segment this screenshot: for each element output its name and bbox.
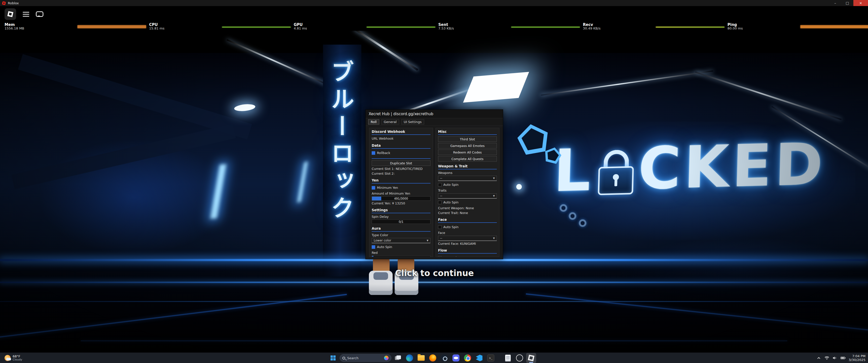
roblox-app-icon xyxy=(2,1,6,5)
checkbox-box xyxy=(438,201,441,204)
section-header: Misc xyxy=(438,130,497,134)
section-weapon-trait: Weapon & Trait Weapons -- ▼ Auto Spin Tr… xyxy=(438,164,497,215)
roblox-menu-button[interactable] xyxy=(4,8,16,20)
spin-delay-slider[interactable]: 0/1 xyxy=(372,220,431,224)
roblox-window: Roblox – □ × Mem 1556.18 MB CPU 15.81 ms… xyxy=(0,0,868,363)
file-explorer-app[interactable] xyxy=(416,353,426,363)
chevron-down-icon: ▼ xyxy=(427,239,429,242)
vscode-app[interactable] xyxy=(474,353,484,363)
firefox-app[interactable] xyxy=(428,353,438,363)
window-titlebar: Roblox – □ × xyxy=(0,0,868,6)
panel-titlebar[interactable]: Xecret Hub | discord.gg/xecrethub xyxy=(366,110,503,118)
start-button[interactable] xyxy=(328,353,338,363)
neon-floor-line xyxy=(0,301,868,302)
chevron-down-icon: ▼ xyxy=(493,177,495,179)
third-slot-button[interactable]: Third Slot xyxy=(438,136,497,142)
xecret-hub-panel: Xecret Hub | discord.gg/xecrethub Roll G… xyxy=(365,109,503,259)
section-flow: Flow Auto Spin Flow -- ▼ xyxy=(438,248,497,257)
section-divider xyxy=(438,253,497,254)
url-webhook-field[interactable]: URL Webhook xyxy=(372,136,431,141)
notepad-icon xyxy=(505,355,511,362)
tab-roll[interactable]: Roll xyxy=(368,119,379,125)
hamburger-icon[interactable] xyxy=(23,12,29,16)
checkbox-box xyxy=(372,186,375,190)
chat-icon[interactable] xyxy=(36,11,43,17)
checkbox-label: Auto Spin xyxy=(443,183,459,187)
chevron-up-icon[interactable] xyxy=(816,355,821,361)
notepad-app[interactable] xyxy=(503,353,513,363)
rollback-checkbox[interactable]: Rollback xyxy=(372,150,431,156)
performance-stats-bar: Mem 1556.18 MB CPU 15.81 ms GPU 4.81 ms … xyxy=(0,22,868,31)
redeem-all-codes-button[interactable]: Redeem All Codes xyxy=(438,150,497,155)
battery-icon[interactable] xyxy=(840,355,845,361)
padlock-icon xyxy=(598,150,634,196)
system-tray: 7:04 PM 3/30/2025 xyxy=(816,353,866,363)
file-explorer-icon xyxy=(417,355,425,361)
github-icon xyxy=(516,355,523,362)
complete-all-quests-button[interactable]: Complete All Quests xyxy=(438,156,497,162)
ping-graph xyxy=(800,24,868,30)
red-slider[interactable]: 5/255 xyxy=(372,256,431,257)
checkbox-label: Auto Spin xyxy=(443,225,459,229)
face-auto-spin-checkbox[interactable]: Auto Spin xyxy=(438,224,497,230)
checkbox-box xyxy=(438,256,441,257)
wifi-icon[interactable] xyxy=(824,355,829,361)
duplicate-slot-button[interactable]: Duplicate Slot xyxy=(372,160,431,166)
weather-widget[interactable]: 68°F Cloudy xyxy=(2,353,24,363)
section-slots: Duplicate Slot Current Slot 1: NEUROTIC/… xyxy=(372,158,431,176)
roblox-app[interactable] xyxy=(526,353,536,363)
checkbox-box xyxy=(372,151,375,155)
slider-value: 5/255 xyxy=(372,256,430,257)
steam-app[interactable] xyxy=(439,353,450,363)
tab-general[interactable]: General xyxy=(381,119,399,125)
close-button[interactable]: × xyxy=(854,0,868,6)
section-yen: Yen Minimum Yen Amount of Minimum Yen 49… xyxy=(372,178,431,205)
locked-letter-l: L xyxy=(553,141,594,200)
checkbox-label: Auto Spin xyxy=(443,256,459,257)
window-title: Roblox xyxy=(8,1,19,5)
section-divider xyxy=(438,169,497,169)
traits-dropdown[interactable]: -- ▼ xyxy=(438,193,497,199)
section-aura: Aura Type Color Lower color ▼ Auto Spin … xyxy=(372,226,431,257)
chevron-down-icon: ▼ xyxy=(493,237,495,239)
task-view-button[interactable] xyxy=(393,353,403,363)
stat-sent: Sent 7.53 KB/s xyxy=(438,23,583,31)
section-divider xyxy=(372,158,431,159)
player-character-legs xyxy=(369,258,420,301)
slider-value: 491/3000 xyxy=(372,197,430,200)
weapons-auto-spin-checkbox[interactable]: Auto Spin xyxy=(438,182,497,188)
windows-taskbar: 68°F Cloudy Search >_ xyxy=(0,353,868,363)
face-dropdown[interactable]: -- ▼ xyxy=(438,236,497,241)
chrome-app[interactable] xyxy=(463,353,473,363)
minimize-button[interactable]: – xyxy=(829,0,841,6)
clock-date: 3/30/2025 xyxy=(848,358,866,362)
section-header: Settings xyxy=(372,208,431,212)
click-to-continue-prompt[interactable]: Click to continue xyxy=(395,268,474,278)
edge-app[interactable] xyxy=(404,353,414,363)
traits-label: Traits xyxy=(438,189,497,193)
section-face: Face Auto Spin Face -- ▼ Current Face: K… xyxy=(438,218,497,246)
aura-auto-spin-checkbox[interactable]: Auto Spin xyxy=(372,244,431,250)
checkbox-label: Minimum Yen xyxy=(377,186,398,190)
task-view-icon xyxy=(395,356,401,361)
panel-right-column: Misc Third Slot Gamepass All Emotes Rede… xyxy=(435,128,499,257)
sent-graph xyxy=(511,24,580,30)
volume-icon[interactable] xyxy=(832,355,837,361)
current-slot-2: Current Slot 2: xyxy=(372,172,431,176)
traits-auto-spin-checkbox[interactable]: Auto Spin xyxy=(438,200,497,205)
color-type-dropdown[interactable]: Lower color ▼ xyxy=(372,238,431,243)
section-header: Aura xyxy=(372,226,431,230)
weapons-dropdown[interactable]: -- ▼ xyxy=(438,176,497,181)
tab-ui-settings[interactable]: UI Settings xyxy=(401,119,424,125)
maximize-button[interactable]: □ xyxy=(841,0,854,6)
taskbar-search[interactable]: Search xyxy=(340,354,391,362)
flow-auto-spin-checkbox[interactable]: Auto Spin xyxy=(438,255,497,257)
gamepass-all-emotes-button[interactable]: Gamepass All Emotes xyxy=(438,143,497,148)
minimum-yen-checkbox[interactable]: Minimum Yen xyxy=(372,185,431,191)
type-color-label: Type Color xyxy=(372,233,431,237)
github-app[interactable] xyxy=(515,353,525,363)
terminal-app[interactable]: >_ xyxy=(486,353,496,363)
taskbar-clock[interactable]: 7:04 PM 3/30/2025 xyxy=(848,354,866,362)
discord-app[interactable] xyxy=(451,353,461,363)
minimum-yen-slider[interactable]: 491/3000 xyxy=(372,196,431,201)
